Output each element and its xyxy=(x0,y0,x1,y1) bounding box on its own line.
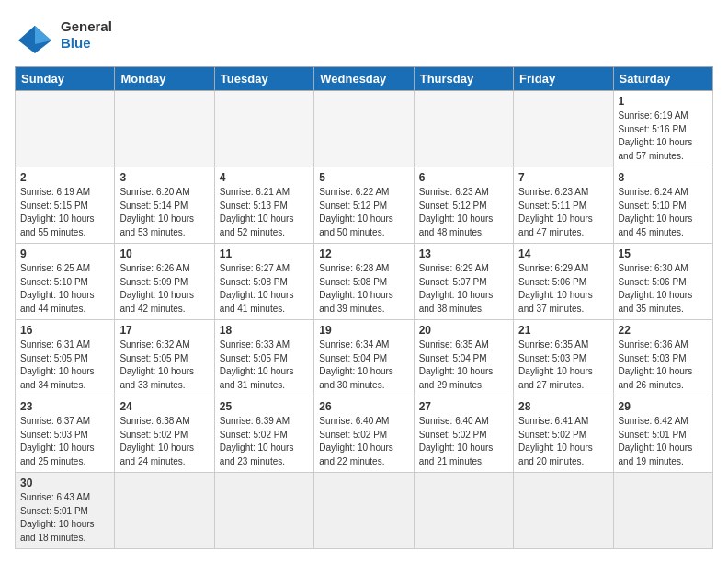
calendar-header: SundayMondayTuesdayWednesdayThursdayFrid… xyxy=(16,67,713,91)
calendar-cell xyxy=(414,473,513,549)
header-day-wednesday: Wednesday xyxy=(314,67,414,91)
calendar-cell: 30Sunrise: 6:43 AM Sunset: 5:01 PM Dayli… xyxy=(16,473,115,549)
week-row-4: 23Sunrise: 6:37 AM Sunset: 5:03 PM Dayli… xyxy=(16,396,713,473)
cell-info: Sunrise: 6:31 AM Sunset: 5:05 PM Dayligh… xyxy=(20,339,109,392)
calendar-cell xyxy=(414,91,513,167)
cell-info: Sunrise: 6:41 AM Sunset: 5:02 PM Dayligh… xyxy=(518,415,608,468)
calendar-cell: 8Sunrise: 6:24 AM Sunset: 5:10 PM Daylig… xyxy=(613,167,712,244)
header-day-monday: Monday xyxy=(115,67,214,91)
calendar-cell: 28Sunrise: 6:41 AM Sunset: 5:02 PM Dayli… xyxy=(514,396,613,473)
day-number: 17 xyxy=(119,324,209,337)
cell-info: Sunrise: 6:28 AM Sunset: 5:08 PM Dayligh… xyxy=(319,262,408,316)
cell-info: Sunrise: 6:24 AM Sunset: 5:10 PM Dayligh… xyxy=(619,186,708,239)
day-number: 2 xyxy=(20,171,109,184)
day-number: 21 xyxy=(518,324,608,337)
logo-blue-text: Blue xyxy=(61,35,112,52)
day-number: 25 xyxy=(220,400,309,413)
week-row-2: 9Sunrise: 6:25 AM Sunset: 5:10 PM Daylig… xyxy=(16,244,713,320)
day-number: 24 xyxy=(119,400,209,413)
calendar-cell: 6Sunrise: 6:23 AM Sunset: 5:12 PM Daylig… xyxy=(414,167,513,244)
day-number: 1 xyxy=(619,95,708,108)
week-row-5: 30Sunrise: 6:43 AM Sunset: 5:01 PM Dayli… xyxy=(16,473,713,549)
cell-info: Sunrise: 6:35 AM Sunset: 5:03 PM Dayligh… xyxy=(518,339,608,392)
header-day-sunday: Sunday xyxy=(16,67,115,91)
calendar-cell: 9Sunrise: 6:25 AM Sunset: 5:10 PM Daylig… xyxy=(16,244,115,320)
generalblue-logo-icon xyxy=(15,15,55,55)
cell-info: Sunrise: 6:20 AM Sunset: 5:14 PM Dayligh… xyxy=(119,186,209,239)
logo: General Blue xyxy=(15,15,112,55)
day-number: 6 xyxy=(419,171,508,184)
calendar-cell xyxy=(115,473,214,549)
week-row-3: 16Sunrise: 6:31 AM Sunset: 5:05 PM Dayli… xyxy=(16,320,713,396)
calendar-cell: 19Sunrise: 6:34 AM Sunset: 5:04 PM Dayli… xyxy=(314,320,414,396)
cell-info: Sunrise: 6:23 AM Sunset: 5:11 PM Dayligh… xyxy=(518,186,608,239)
calendar-cell: 7Sunrise: 6:23 AM Sunset: 5:11 PM Daylig… xyxy=(514,167,613,244)
header-day-tuesday: Tuesday xyxy=(214,67,313,91)
cell-info: Sunrise: 6:42 AM Sunset: 5:01 PM Dayligh… xyxy=(619,415,708,468)
calendar-cell xyxy=(514,91,613,167)
calendar-cell: 3Sunrise: 6:20 AM Sunset: 5:14 PM Daylig… xyxy=(115,167,214,244)
day-number: 22 xyxy=(619,324,708,337)
day-number: 14 xyxy=(518,247,608,260)
logo-general-text: General xyxy=(61,18,112,35)
day-number: 28 xyxy=(518,400,608,413)
cell-info: Sunrise: 6:34 AM Sunset: 5:04 PM Dayligh… xyxy=(319,339,408,392)
cell-info: Sunrise: 6:26 AM Sunset: 5:09 PM Dayligh… xyxy=(119,262,209,316)
calendar-cell xyxy=(16,91,115,167)
calendar-cell: 2Sunrise: 6:19 AM Sunset: 5:15 PM Daylig… xyxy=(16,167,115,244)
day-number: 23 xyxy=(20,400,109,413)
day-number: 5 xyxy=(319,171,408,184)
calendar-cell: 17Sunrise: 6:32 AM Sunset: 5:05 PM Dayli… xyxy=(115,320,214,396)
calendar-body: 1Sunrise: 6:19 AM Sunset: 5:16 PM Daylig… xyxy=(16,91,713,549)
page-header: General Blue xyxy=(15,15,713,55)
cell-info: Sunrise: 6:38 AM Sunset: 5:02 PM Dayligh… xyxy=(119,415,209,468)
day-number: 16 xyxy=(20,324,109,337)
header-day-friday: Friday xyxy=(514,67,613,91)
calendar-cell: 12Sunrise: 6:28 AM Sunset: 5:08 PM Dayli… xyxy=(314,244,414,320)
day-number: 30 xyxy=(20,477,109,489)
week-row-1: 2Sunrise: 6:19 AM Sunset: 5:15 PM Daylig… xyxy=(16,167,713,244)
calendar-cell: 20Sunrise: 6:35 AM Sunset: 5:04 PM Dayli… xyxy=(414,320,513,396)
day-number: 10 xyxy=(119,247,209,260)
calendar-cell: 27Sunrise: 6:40 AM Sunset: 5:02 PM Dayli… xyxy=(414,396,513,473)
cell-info: Sunrise: 6:30 AM Sunset: 5:06 PM Dayligh… xyxy=(619,262,708,316)
calendar-cell: 21Sunrise: 6:35 AM Sunset: 5:03 PM Dayli… xyxy=(514,320,613,396)
calendar-cell xyxy=(115,91,214,167)
day-number: 3 xyxy=(119,171,209,184)
calendar-cell: 14Sunrise: 6:29 AM Sunset: 5:06 PM Dayli… xyxy=(514,244,613,320)
day-number: 26 xyxy=(319,400,408,413)
header-row: SundayMondayTuesdayWednesdayThursdayFrid… xyxy=(16,67,713,91)
cell-info: Sunrise: 6:21 AM Sunset: 5:13 PM Dayligh… xyxy=(220,186,309,239)
cell-info: Sunrise: 6:27 AM Sunset: 5:08 PM Dayligh… xyxy=(220,262,309,316)
day-number: 13 xyxy=(419,247,508,260)
calendar-cell: 24Sunrise: 6:38 AM Sunset: 5:02 PM Dayli… xyxy=(115,396,214,473)
calendar-cell: 4Sunrise: 6:21 AM Sunset: 5:13 PM Daylig… xyxy=(214,167,313,244)
cell-info: Sunrise: 6:23 AM Sunset: 5:12 PM Dayligh… xyxy=(419,186,508,239)
day-number: 11 xyxy=(220,247,309,260)
calendar-cell xyxy=(613,473,712,549)
calendar-cell xyxy=(214,91,313,167)
cell-info: Sunrise: 6:43 AM Sunset: 5:01 PM Dayligh… xyxy=(20,491,109,545)
calendar-cell xyxy=(314,473,414,549)
calendar-cell xyxy=(214,473,313,549)
calendar-cell: 16Sunrise: 6:31 AM Sunset: 5:05 PM Dayli… xyxy=(16,320,115,396)
cell-info: Sunrise: 6:37 AM Sunset: 5:03 PM Dayligh… xyxy=(20,415,109,468)
cell-info: Sunrise: 6:40 AM Sunset: 5:02 PM Dayligh… xyxy=(319,415,408,468)
cell-info: Sunrise: 6:29 AM Sunset: 5:06 PM Dayligh… xyxy=(518,262,608,316)
day-number: 12 xyxy=(319,247,408,260)
day-number: 20 xyxy=(419,324,508,337)
calendar-cell xyxy=(514,473,613,549)
calendar-cell: 13Sunrise: 6:29 AM Sunset: 5:07 PM Dayli… xyxy=(414,244,513,320)
calendar-cell: 29Sunrise: 6:42 AM Sunset: 5:01 PM Dayli… xyxy=(613,396,712,473)
calendar-cell: 22Sunrise: 6:36 AM Sunset: 5:03 PM Dayli… xyxy=(613,320,712,396)
header-day-thursday: Thursday xyxy=(414,67,513,91)
calendar-cell: 25Sunrise: 6:39 AM Sunset: 5:02 PM Dayli… xyxy=(214,396,313,473)
calendar-cell xyxy=(314,91,414,167)
cell-info: Sunrise: 6:33 AM Sunset: 5:05 PM Dayligh… xyxy=(220,339,309,392)
cell-info: Sunrise: 6:19 AM Sunset: 5:16 PM Dayligh… xyxy=(619,109,708,163)
cell-info: Sunrise: 6:22 AM Sunset: 5:12 PM Dayligh… xyxy=(319,186,408,239)
day-number: 18 xyxy=(220,324,309,337)
week-row-0: 1Sunrise: 6:19 AM Sunset: 5:16 PM Daylig… xyxy=(16,91,713,167)
cell-info: Sunrise: 6:35 AM Sunset: 5:04 PM Dayligh… xyxy=(419,339,508,392)
day-number: 29 xyxy=(619,400,708,413)
